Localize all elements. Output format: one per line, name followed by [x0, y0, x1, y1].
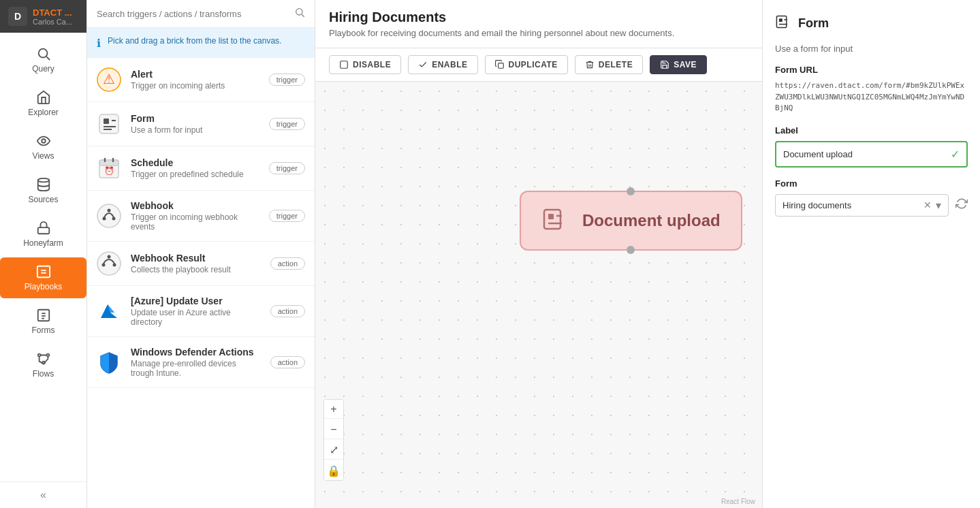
canvas-node-label: Document upload — [582, 211, 721, 230]
canvas-grid[interactable]: Document upload + − ⤢ 🔒 React Flow — [315, 82, 762, 508]
duplicate-button[interactable]: DUPLICATE — [485, 55, 568, 74]
zoom-out-button[interactable]: − — [324, 420, 343, 439]
playbooks-icon — [36, 264, 51, 279]
search-icon — [294, 7, 305, 20]
webhook-brick-badge: trigger — [269, 210, 305, 222]
rp-form-section: Form Hiring documents ✕ ▾ — [775, 178, 968, 217]
save-button[interactable]: SAVE — [650, 55, 707, 74]
sidebar-item-forms[interactable]: Forms — [0, 301, 86, 342]
sidebar: D DTACT ... Carlos Ca... Query Explorer … — [0, 0, 87, 508]
sidebar-item-flows[interactable]: Flows — [0, 345, 86, 385]
rp-label-section: Label ✓ — [775, 125, 968, 168]
rp-header: Form — [775, 14, 968, 33]
canvas-title: Hiring Documents — [329, 10, 748, 25]
panel-info-text: Pick and drag a brick from the list to t… — [108, 36, 281, 46]
views-icon — [36, 133, 51, 148]
svg-point-12 — [37, 354, 40, 357]
sidebar-item-honeyfarm[interactable]: Honeyfarm — [0, 214, 86, 255]
azure-brick-icon — [97, 299, 121, 323]
enable-icon — [418, 60, 428, 69]
windows-defender-brick-name: Windows Defender Actions — [131, 347, 261, 358]
flows-icon — [36, 351, 51, 366]
svg-point-29 — [97, 204, 121, 227]
brick-item-schedule[interactable]: ⏰ Schedule Trigger on predefined schedul… — [87, 146, 315, 191]
form-brick-desc: Use a form for input — [131, 125, 259, 135]
sidebar-item-query[interactable]: Query — [0, 39, 86, 80]
zoom-in-button[interactable]: + — [324, 400, 343, 419]
svg-line-16 — [302, 14, 304, 17]
info-icon: ℹ — [97, 37, 101, 50]
svg-point-35 — [113, 264, 116, 267]
svg-line-1 — [46, 57, 50, 60]
svg-rect-40 — [498, 63, 503, 69]
save-icon — [660, 60, 669, 69]
alert-brick-badge: trigger — [269, 74, 305, 86]
rp-form-url-label: Form URL — [775, 65, 968, 75]
rp-form-clear-button[interactable]: ✕ — [923, 200, 932, 210]
canvas-node-form-icon — [541, 206, 569, 236]
windows-defender-brick-icon — [97, 350, 121, 375]
logo-text: DTACT ... Carlos Ca... — [33, 7, 72, 26]
alert-brick-name: Alert — [131, 69, 259, 80]
alert-brick-desc: Trigger on incoming alerts — [131, 81, 259, 91]
sidebar-logo[interactable]: D DTACT ... Carlos Ca... — [0, 0, 86, 33]
canvas-node-document-upload[interactable]: Document upload — [520, 191, 742, 251]
delete-button[interactable]: DELETE — [575, 55, 643, 74]
panel-info-banner: ℹ Pick and drag a brick from the list to… — [87, 28, 315, 58]
duplicate-icon — [495, 60, 505, 69]
svg-rect-20 — [104, 118, 109, 124]
panel-search-bar — [87, 0, 315, 28]
label-check-icon: ✓ — [951, 148, 960, 161]
rp-form-url-section: Form URL https://raven.dtact.com/form/#b… — [775, 65, 968, 114]
brick-item-webhook-result[interactable]: Webhook Result Collects the playbook res… — [87, 242, 315, 286]
explorer-icon — [36, 90, 51, 105]
rp-form-refresh-button[interactable] — [955, 197, 968, 212]
rp-form-label: Form — [775, 178, 968, 189]
sidebar-item-explorer[interactable]: Explorer — [0, 83, 86, 124]
brick-item-webhook[interactable]: Webhook Trigger on incoming webhook even… — [87, 191, 315, 242]
rp-label-input[interactable] — [783, 149, 947, 159]
webhook-brick-name: Webhook — [131, 200, 259, 211]
canvas-controls: + − ⤢ 🔒 — [323, 399, 344, 481]
webhook-brick-icon — [97, 204, 121, 228]
brick-item-alert[interactable]: ⚠ Alert Trigger on incoming alerts trigg… — [87, 58, 315, 102]
brick-item-windows-defender[interactable]: Windows Defender Actions Manage pre-enro… — [87, 337, 315, 388]
connector-top[interactable] — [627, 187, 635, 195]
azure-brick-name: [Azure] Update User — [131, 296, 261, 306]
fit-view-button[interactable]: ⤢ — [324, 441, 343, 460]
svg-point-15 — [296, 9, 302, 15]
connector-bottom[interactable] — [627, 246, 635, 254]
chevron-down-icon[interactable]: ▾ — [936, 199, 941, 212]
brick-item-azure[interactable]: [Azure] Update User Update user in Azure… — [87, 286, 315, 337]
windows-defender-brick-info: Windows Defender Actions Manage pre-enro… — [131, 347, 261, 378]
lock-button[interactable]: 🔒 — [324, 461, 343, 480]
svg-point-0 — [38, 49, 47, 58]
svg-point-34 — [102, 264, 106, 267]
rp-form-select[interactable]: Hiring documents ✕ ▾ — [775, 194, 949, 217]
form-brick-info: Form Use a form for input — [131, 113, 259, 135]
sidebar-item-views[interactable]: Views — [0, 127, 86, 168]
windows-defender-brick-badge: action — [270, 356, 305, 368]
logo-name: DTACT ... — [33, 7, 72, 18]
canvas-header: Hiring Documents Playbook for receiving … — [315, 0, 762, 48]
enable-button[interactable]: ENABLE — [408, 55, 477, 74]
sources-icon — [36, 177, 51, 192]
sidebar-item-sources[interactable]: Sources — [0, 170, 86, 211]
svg-point-31 — [112, 217, 116, 221]
webhook-result-brick-desc: Collects the playbook result — [131, 265, 261, 274]
canvas-area: Hiring Documents Playbook for receiving … — [315, 0, 762, 508]
sidebar-item-playbooks[interactable]: Playbooks — [0, 257, 86, 298]
azure-brick-badge: action — [270, 305, 305, 317]
rp-form-icon — [775, 14, 791, 33]
search-input[interactable] — [97, 9, 289, 19]
svg-rect-46 — [779, 18, 783, 22]
rp-description: Use a form for input — [775, 44, 968, 54]
schedule-brick-name: Schedule — [131, 157, 259, 168]
disable-button[interactable]: DISABLE — [329, 55, 401, 74]
form-brick-badge: trigger — [269, 118, 305, 130]
honeyfarm-icon — [36, 221, 51, 236]
rp-label-input-wrap: ✓ — [775, 141, 968, 168]
brick-item-form[interactable]: Form Use a form for input trigger — [87, 102, 315, 146]
forms-icon — [36, 308, 51, 323]
sidebar-collapse-button[interactable]: « — [0, 481, 86, 508]
